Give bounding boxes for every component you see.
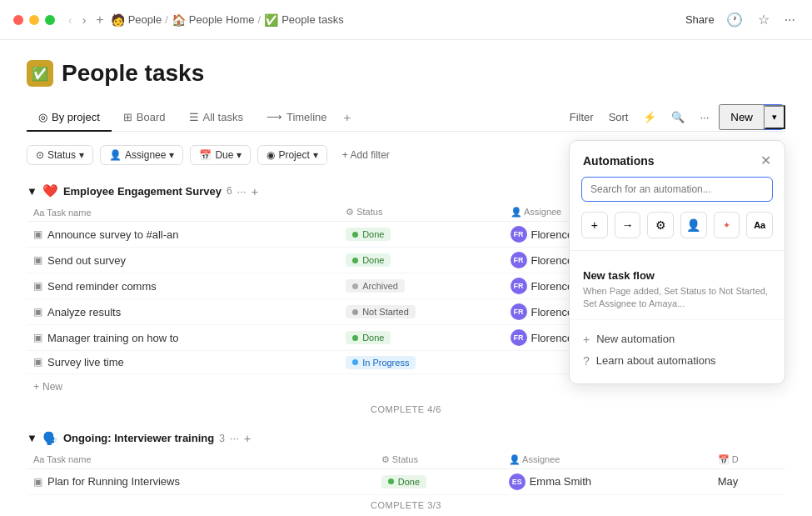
filter-status[interactable]: ⊙ Status ▾	[27, 145, 93, 165]
add-tab-btn[interactable]: +	[339, 103, 356, 131]
filter-project[interactable]: ◉ Project ▾	[257, 145, 326, 165]
board-icon: ⊞	[123, 111, 132, 123]
project-more-btn-2[interactable]: ···	[230, 432, 239, 444]
more-toolbar-btn[interactable]: ···	[695, 108, 714, 127]
new-task-label-btn[interactable]: New	[719, 104, 765, 130]
automations-close-btn[interactable]: ✕	[760, 153, 771, 168]
nav-arrows: ‹ ›	[65, 12, 89, 28]
project-emoji-2: 🗣️	[42, 431, 58, 446]
close-window-btn[interactable]	[13, 15, 23, 25]
breadcrumb: 🧑 People / 🏠 People Home / ✅ People task…	[111, 13, 685, 27]
filter-due[interactable]: 📅 Due ▾	[190, 145, 251, 165]
task-status-cell[interactable]: Done	[339, 248, 503, 273]
status-badge: Done	[346, 331, 391, 344]
due-filter-icon: 📅	[199, 149, 212, 161]
people-icon: 🧑	[111, 13, 125, 27]
auto-action-plus[interactable]: +	[581, 212, 608, 238]
new-auto-plus-icon: +	[583, 333, 590, 346]
auto-action-person[interactable]: 👤	[680, 212, 707, 238]
status-badge: Done	[346, 228, 391, 241]
task-icon: ▣	[33, 476, 42, 488]
filter-btn[interactable]: Filter	[565, 108, 599, 127]
task-table-2: Aa Task name ⚙ Status 👤 Assignee 📅 D ▣Pl…	[27, 451, 785, 495]
automations-search-input[interactable]	[581, 177, 773, 202]
task-name-cell: ▣Manager training on how to	[27, 325, 339, 351]
project-header-2[interactable]: ▼ 🗣️ Ongoing: Interviewer training 3 ···…	[27, 426, 785, 451]
maximize-window-btn[interactable]	[45, 15, 55, 25]
status-badge: Archived	[346, 279, 405, 293]
task-icon: ▣	[33, 306, 42, 318]
avatar: FR	[511, 226, 527, 243]
add-new-task-btn-1[interactable]: + New	[27, 378, 69, 396]
sort-btn[interactable]: Sort	[604, 108, 634, 127]
avatar: FR	[511, 252, 527, 268]
auto-footer: + New automation ? Learn about automatio…	[570, 320, 785, 383]
back-btn[interactable]: ‹	[65, 12, 76, 28]
status-badge: Done	[346, 253, 391, 267]
auto-item-title: New task flow	[583, 269, 771, 282]
task-status-cell[interactable]: Done	[339, 222, 503, 248]
share-button[interactable]: Share	[685, 13, 715, 26]
task-icon: ▣	[33, 280, 42, 292]
auto-action-asana[interactable]: ✦	[714, 212, 740, 238]
task-name-cell: ▣Analyze results	[27, 299, 339, 325]
new-task-dropdown-btn[interactable]: ▾	[765, 105, 785, 129]
page-title-row: ✅ People tasks	[27, 60, 785, 87]
task-status-cell[interactable]: Not Started	[339, 299, 503, 325]
breadcrumb-people-home[interactable]: 🏠 People Home	[172, 13, 255, 27]
learn-auto-help-icon: ?	[583, 354, 590, 368]
learn-automations-btn[interactable]: ? Learn about automations	[583, 350, 771, 372]
tab-timeline[interactable]: ⟶ Timeline	[255, 104, 339, 132]
project-filter-icon: ◉	[267, 149, 275, 161]
col-due-2: 📅 D	[711, 451, 785, 469]
forward-btn[interactable]: ›	[79, 12, 90, 28]
automations-header: Automations ✕	[570, 141, 785, 177]
task-name-cell: ▣Plan for Running Interviews	[27, 468, 375, 494]
auto-action-arrow[interactable]: →	[615, 212, 641, 238]
project-more-btn-1[interactable]: ···	[237, 185, 247, 198]
task-status-cell[interactable]: Done	[375, 468, 502, 494]
status-badge: Done	[381, 475, 426, 488]
page-content: ✅ People tasks ◎ By project ⊞ Board ☰ Al…	[0, 40, 812, 515]
task-status-cell[interactable]: Done	[339, 325, 503, 351]
breadcrumb-people[interactable]: 🧑 People	[111, 13, 162, 27]
page-title-icon: ✅	[27, 60, 53, 87]
title-actions: Share 🕐 ☆ ···	[685, 10, 799, 29]
collapse-icon-2: ▼	[27, 432, 37, 444]
more-options-btn[interactable]: ···	[781, 11, 799, 29]
auto-item-new-task-flow[interactable]: New task flow When Page added, Set Statu…	[570, 261, 785, 320]
new-automation-btn[interactable]: + New automation	[583, 328, 771, 350]
avatar: ES	[509, 473, 526, 490]
add-filter-btn[interactable]: + Add filter	[334, 146, 398, 164]
task-icon: ▣	[33, 254, 42, 266]
breadcrumb-people-tasks[interactable]: ✅ People tasks	[264, 13, 343, 27]
history-btn[interactable]: 🕐	[723, 10, 746, 29]
task-name-cell: ▣Announce survey to #all-an	[27, 222, 339, 248]
minimize-window-btn[interactable]	[29, 15, 39, 25]
auto-action-text[interactable]: Aa	[746, 212, 773, 238]
task-name-cell: ▣Survey live time	[27, 351, 339, 374]
project-name-1: Employee Engagement Survey	[63, 185, 222, 198]
tab-all-tasks[interactable]: ☰ All tasks	[177, 104, 255, 132]
by-project-icon: ◎	[38, 111, 47, 123]
collapse-icon: ▼	[27, 185, 37, 198]
lightning-btn[interactable]: ⚡	[638, 108, 661, 127]
task-status-cell[interactable]: Archived	[339, 273, 503, 299]
tab-board[interactable]: ⊞ Board	[112, 104, 177, 132]
complete-row-1: COMPLETE 4/6	[27, 399, 785, 419]
auto-item-desc: When Page added, Set Status to Not Start…	[583, 285, 771, 311]
project-add-btn-1[interactable]: +	[251, 184, 258, 198]
star-btn[interactable]: ☆	[755, 10, 773, 29]
tab-by-project[interactable]: ◎ By project	[27, 104, 112, 132]
task-status-cell[interactable]: In Progress	[339, 351, 503, 374]
automations-actions: + → ⚙ 👤 ✦ Aa	[570, 212, 785, 250]
filter-assignee[interactable]: 👤 Assignee ▾	[100, 145, 183, 165]
auto-action-gear[interactable]: ⚙	[647, 212, 674, 238]
search-btn[interactable]: 🔍	[666, 108, 690, 127]
col-status-2: ⚙ Status	[375, 451, 502, 469]
project-add-btn-2[interactable]: +	[244, 431, 252, 445]
avatar: FR	[511, 329, 527, 346]
add-page-btn[interactable]: +	[96, 13, 103, 28]
table-row[interactable]: ▣Plan for Running InterviewsDoneESEmma S…	[27, 468, 785, 494]
title-bar: ‹ › + 🧑 People / 🏠 People Home / ✅ Peopl…	[0, 0, 812, 40]
